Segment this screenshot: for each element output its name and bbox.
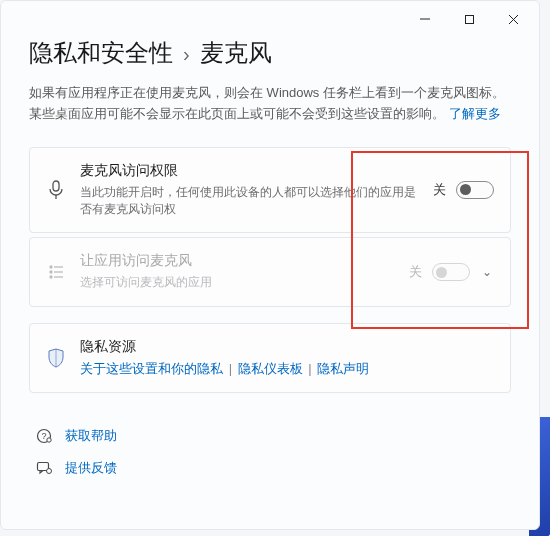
close-button[interactable] [491,4,535,34]
svg-point-14 [47,438,51,442]
intro-text: 如果有应用程序正在使用麦克风，则会在 Windows 任务栏上看到一个麦克风图标… [29,83,511,125]
app-access-toggle [432,263,470,281]
feedback-link[interactable]: 提供反馈 [35,459,511,477]
learn-more-link[interactable]: 了解更多 [449,106,501,121]
separator: | [229,361,232,376]
intro-body: 如果有应用程序正在使用麦克风，则会在 Windows 任务栏上看到一个麦克风图标… [29,85,505,121]
settings-window: 隐私和安全性 › 麦克风 如果有应用程序正在使用麦克风，则会在 Windows … [0,0,540,530]
feedback-label: 提供反馈 [65,459,117,477]
app-access-card[interactable]: 让应用访问麦克风 选择可访问麦克风的应用 关 ⌄ [29,237,511,306]
privacy-about-link[interactable]: 关于这些设置和你的隐私 [80,361,223,376]
breadcrumb: 隐私和安全性 › 麦克风 [29,37,511,69]
minimize-button[interactable] [403,4,447,34]
svg-point-8 [50,271,52,273]
content-area: 隐私和安全性 › 麦克风 如果有应用程序正在使用麦克风，则会在 Windows … [1,37,539,477]
privacy-dashboard-link[interactable]: 隐私仪表板 [238,361,303,376]
mic-access-toggle[interactable] [456,181,494,199]
app-access-sub: 选择可访问麦克风的应用 [80,274,395,291]
mic-access-card[interactable]: 麦克风访问权限 当此功能开启时，任何使用此设备的人都可以选择他们的应用是否有麦克… [29,147,511,234]
get-help-label: 获取帮助 [65,427,117,445]
microphone-icon [46,180,66,200]
mic-access-state: 关 [433,181,446,199]
privacy-title: 隐私资源 [80,338,494,356]
svg-point-6 [50,266,52,268]
app-access-state: 关 [409,263,422,281]
chevron-down-icon[interactable]: ⌄ [480,265,494,279]
footer-links: ? 获取帮助 提供反馈 [29,427,511,477]
list-icon [46,264,66,280]
svg-point-10 [50,276,52,278]
breadcrumb-parent[interactable]: 隐私和安全性 [29,37,173,69]
app-access-title: 让应用访问麦克风 [80,252,395,270]
privacy-statement-link[interactable]: 隐私声明 [317,361,369,376]
shield-icon [46,348,66,368]
separator: | [308,361,311,376]
maximize-button[interactable] [447,4,491,34]
svg-point-16 [47,468,52,473]
feedback-icon [35,460,53,476]
privacy-links: 关于这些设置和你的隐私 | 隐私仪表板 | 隐私声明 [80,360,494,378]
mic-access-title: 麦克风访问权限 [80,162,419,180]
help-icon: ? [35,428,53,444]
mic-access-sub: 当此功能开启时，任何使用此设备的人都可以选择他们的应用是否有麦克风访问权 [80,184,419,219]
svg-text:?: ? [41,431,46,441]
chevron-right-icon: › [183,43,190,66]
svg-rect-4 [53,181,59,191]
titlebar [1,1,539,37]
privacy-resources-card: 隐私资源 关于这些设置和你的隐私 | 隐私仪表板 | 隐私声明 [29,323,511,393]
page-title: 麦克风 [200,37,272,69]
get-help-link[interactable]: ? 获取帮助 [35,427,511,445]
svg-rect-1 [465,15,473,23]
